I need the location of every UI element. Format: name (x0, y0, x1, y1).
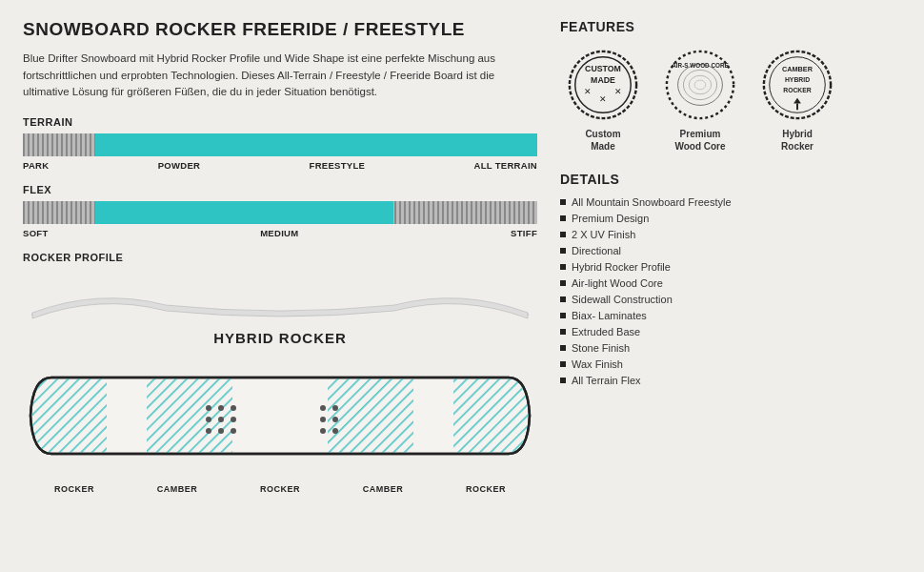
list-item: 2 X UV Finish (560, 229, 901, 240)
svg-point-19 (320, 428, 326, 434)
bullet-icon (560, 215, 566, 221)
list-item: Biax- Laminates (560, 310, 901, 321)
feature-icons-row: CUSTOM MADE ✕ ✕ ✕ CustomMade AIR-S W (560, 48, 901, 153)
svg-point-32 (694, 80, 706, 90)
flex-bar-labels: SOFT MEDIUM STIFF (23, 228, 537, 238)
svg-point-16 (332, 405, 338, 411)
features-title: FEATURES (560, 19, 901, 34)
feature-wood-core: AIR-S WOOD CORE PremiumWood Core (657, 48, 743, 153)
list-item: Stone Finish (560, 342, 901, 354)
bullet-icon (560, 329, 566, 335)
svg-point-20 (332, 428, 338, 434)
bullet-icon (560, 313, 566, 318)
hybrid-rocker-section: HYBRID ROCKER (23, 330, 537, 494)
svg-point-29 (678, 65, 723, 106)
svg-point-15 (320, 405, 326, 411)
board-zone-labels: ROCKER CAMBER ROCKER CAMBER ROCKER (23, 484, 537, 494)
bullet-icon (560, 280, 566, 286)
svg-point-11 (231, 417, 236, 422)
svg-point-9 (206, 417, 211, 422)
list-item: Wax Finish (560, 358, 901, 370)
bullet-icon (560, 264, 566, 270)
details-title: DETAILS (560, 172, 901, 187)
svg-point-30 (683, 70, 716, 99)
details-list: All Mountain Snowboard Freestyle Premium… (560, 196, 901, 386)
flex-label-stiff: STIFF (511, 228, 537, 238)
svg-rect-5 (453, 378, 530, 454)
rocker-profile-label: ROCKER PROFILE (23, 252, 537, 263)
bullet-icon (560, 378, 566, 383)
svg-text:CAMBER: CAMBER (782, 65, 814, 73)
flex-bar-track (23, 201, 537, 224)
list-item: Air-light Wood Core (560, 277, 901, 289)
svg-point-18 (332, 417, 338, 422)
svg-point-31 (689, 75, 711, 94)
terrain-label-freestyle: FREESTYLE (310, 160, 366, 171)
rocker-profile-diagram (23, 273, 537, 330)
list-item: Hybrid Rocker Profile (560, 261, 901, 273)
right-column: FEATURES CUSTOM MADE ✕ ✕ ✕ CustomMade (560, 19, 901, 553)
list-item: Premium Design (560, 213, 901, 224)
list-item: Sidewall Construction (560, 294, 901, 305)
svg-text:✕: ✕ (599, 94, 607, 104)
flex-label-soft: SOFT (23, 228, 49, 238)
zone-label-rocker1: ROCKER (54, 484, 94, 494)
flex-bar-fill (95, 201, 393, 224)
svg-point-6 (206, 405, 211, 411)
terrain-label-allterrain: ALL TERRAIN (474, 160, 537, 171)
terrain-bar-labels: PARK POWDER FREESTYLE ALL TERRAIN (23, 160, 537, 171)
bullet-icon (560, 199, 566, 205)
svg-text:✕: ✕ (614, 87, 622, 96)
svg-point-8 (231, 405, 236, 411)
list-item: Directional (560, 245, 901, 256)
svg-point-14 (231, 428, 236, 434)
feature-custom-made: CUSTOM MADE ✕ ✕ ✕ CustomMade (560, 48, 646, 153)
svg-point-28 (667, 51, 733, 118)
svg-text:CUSTOM: CUSTOM (585, 64, 621, 73)
svg-text:✕: ✕ (584, 87, 592, 96)
bullet-icon (560, 248, 566, 254)
hybrid-rocker-badge: CAMBER HYBRID ROCKER (760, 48, 834, 122)
bullet-icon (560, 296, 566, 302)
svg-point-13 (218, 428, 224, 434)
description-text: Blue Drifter Snowboard mit Hybrid Rocker… (23, 51, 537, 101)
svg-point-7 (218, 405, 224, 411)
terrain-label: TERRAIN (23, 116, 537, 128)
list-item: Extruded Base (560, 326, 901, 337)
page-container: SNOWBOARD ROCKER FREERIDE / FREESTYLE Bl… (0, 0, 924, 572)
terrain-bar-track (23, 133, 537, 156)
zone-label-camber2: CAMBER (363, 484, 404, 494)
svg-point-17 (320, 417, 326, 422)
zone-label-rocker3: ROCKER (466, 484, 506, 494)
zone-label-rocker2: ROCKER (260, 484, 300, 494)
bullet-icon (560, 232, 566, 237)
flex-label-medium: MEDIUM (260, 228, 298, 238)
svg-text:AIR-S WOOD CORE: AIR-S WOOD CORE (672, 62, 728, 69)
terrain-bar-container (23, 133, 537, 156)
custom-made-label: CustomMade (585, 128, 620, 153)
svg-text:ROCKER: ROCKER (783, 87, 812, 93)
flex-label: FLEX (23, 184, 537, 195)
hybrid-rocker-title: HYBRID ROCKER (23, 330, 537, 346)
list-item: All Terrain Flex (560, 375, 901, 386)
svg-point-12 (206, 428, 211, 434)
wood-core-label: PremiumWood Core (674, 128, 725, 153)
svg-text:MADE: MADE (591, 75, 615, 85)
svg-rect-4 (328, 378, 413, 454)
svg-point-10 (218, 417, 224, 422)
terrain-label-powder: POWDER (158, 160, 201, 171)
page-title: SNOWBOARD ROCKER FREERIDE / FREESTYLE (23, 19, 537, 41)
svg-rect-2 (30, 378, 107, 454)
list-item: All Mountain Snowboard Freestyle (560, 196, 901, 208)
left-column: SNOWBOARD ROCKER FREERIDE / FREESTYLE Bl… (23, 19, 537, 553)
flex-bar-container (23, 201, 537, 224)
custom-made-badge: CUSTOM MADE ✕ ✕ ✕ (566, 48, 640, 122)
feature-hybrid-rocker: CAMBER HYBRID ROCKER HybridRocker (754, 48, 840, 153)
bullet-icon (560, 345, 566, 351)
wood-core-badge: AIR-S WOOD CORE (663, 48, 737, 122)
svg-rect-3 (147, 378, 232, 454)
terrain-label-park: PARK (23, 160, 49, 171)
zone-label-camber1: CAMBER (157, 484, 198, 494)
svg-text:HYBRID: HYBRID (785, 76, 810, 83)
hybrid-rocker-label: HybridRocker (781, 128, 814, 153)
